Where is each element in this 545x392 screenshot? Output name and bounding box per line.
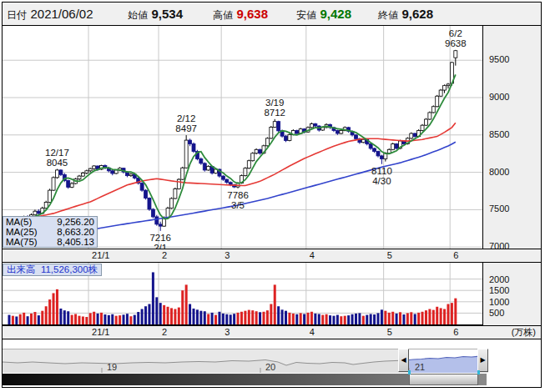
volume-bar bbox=[199, 311, 202, 324]
month-tick-label: 3 bbox=[225, 250, 230, 260]
candle-body bbox=[447, 84, 450, 86]
volume-bar bbox=[123, 314, 125, 324]
candle-body bbox=[380, 156, 383, 159]
volume-bar bbox=[443, 309, 446, 324]
candle-body bbox=[270, 127, 273, 138]
divider bbox=[2, 339, 542, 339]
candle-body bbox=[81, 173, 84, 177]
candle-body bbox=[48, 190, 52, 202]
volume-bar bbox=[388, 313, 391, 324]
candle-body bbox=[376, 152, 380, 156]
volume-bar bbox=[303, 314, 305, 324]
volume-bar bbox=[336, 315, 339, 324]
volume-bar bbox=[248, 310, 250, 324]
month-tick-label: 6 bbox=[453, 327, 458, 337]
candle-body bbox=[184, 140, 188, 168]
volume-bar bbox=[237, 313, 240, 324]
candle-body bbox=[336, 130, 339, 133]
volume-bar bbox=[377, 313, 380, 324]
candle-body bbox=[78, 176, 81, 179]
stock-chart-window: 日付 2021/06/02 始値 9,534 高値 9,638 安値 9,428… bbox=[0, 0, 545, 392]
candle-body bbox=[88, 168, 92, 171]
volume-bar bbox=[451, 303, 453, 324]
candle-body bbox=[273, 122, 276, 128]
volume-unit-label: (万株) bbox=[484, 326, 536, 339]
volume-bar bbox=[111, 314, 114, 324]
candle-body bbox=[410, 133, 413, 138]
volume-bar bbox=[314, 314, 316, 324]
candle-body bbox=[225, 179, 229, 183]
candle-body bbox=[314, 123, 317, 126]
candle-body bbox=[424, 119, 427, 125]
volume-bar bbox=[270, 304, 272, 324]
volume-tick: 1500 bbox=[489, 285, 509, 295]
volume-bar bbox=[141, 309, 144, 324]
volume-bar bbox=[285, 311, 287, 324]
date-label: 日付 bbox=[7, 9, 27, 21]
candle-body bbox=[310, 123, 313, 127]
volume-bar bbox=[214, 315, 217, 324]
volume-bar bbox=[440, 308, 442, 324]
volume-bar bbox=[170, 308, 173, 324]
volume-bar bbox=[251, 310, 254, 324]
volume-bar bbox=[82, 316, 84, 324]
month-axis-volume: 21/123456 bbox=[3, 326, 541, 339]
volume-bar bbox=[428, 309, 431, 324]
candlestick-chart: 12/17804572162/12/12849777863/53/1987128… bbox=[3, 26, 482, 249]
volume-bar bbox=[399, 312, 401, 324]
candle-body bbox=[255, 149, 258, 153]
ma75-value: 8,405.13 bbox=[57, 237, 94, 247]
ma25-label: MA(25) bbox=[6, 227, 38, 237]
month-tick-label: 21/1 bbox=[92, 327, 109, 337]
candle-body bbox=[288, 134, 291, 140]
candle-body bbox=[443, 86, 447, 90]
volume-bar bbox=[325, 314, 328, 324]
volume-bar bbox=[321, 315, 324, 324]
volume-bar bbox=[196, 309, 199, 324]
volume-bar bbox=[129, 316, 132, 324]
volume-bar bbox=[391, 312, 394, 324]
navigator-left-arrow-button[interactable]: ◀ bbox=[398, 349, 409, 372]
candle-body bbox=[439, 90, 442, 96]
volume-label: 出来高 bbox=[7, 264, 36, 274]
candle-body bbox=[70, 183, 73, 187]
navigator-right-arrow-button[interactable]: ▶ bbox=[477, 349, 488, 372]
candle-body bbox=[93, 166, 96, 168]
volume-bar bbox=[108, 315, 110, 324]
high-label: 高値 bbox=[213, 9, 233, 21]
candle-body bbox=[277, 122, 280, 131]
volume-bar bbox=[425, 310, 427, 324]
volume-bar bbox=[33, 312, 36, 324]
volume-bar bbox=[12, 316, 14, 324]
candle-body bbox=[395, 144, 398, 148]
candle-body bbox=[148, 199, 151, 209]
volume-bar bbox=[332, 316, 335, 324]
volume-bar bbox=[19, 314, 22, 324]
volume-bar bbox=[155, 297, 158, 324]
volume-bar bbox=[255, 311, 258, 324]
volume-bar bbox=[38, 315, 40, 324]
volume-bar bbox=[159, 303, 162, 324]
year-label: 21 bbox=[415, 362, 425, 372]
volume-bar bbox=[97, 314, 99, 324]
volume-bar bbox=[225, 314, 228, 324]
date-value: 2021/06/02 bbox=[30, 7, 93, 21]
candle-body bbox=[192, 144, 195, 152]
month-tick-label: 21/1 bbox=[92, 250, 109, 260]
volume-bar bbox=[207, 314, 209, 324]
volume-bar bbox=[93, 312, 95, 324]
range-navigator[interactable]: 192021 bbox=[3, 349, 488, 373]
volume-bar bbox=[351, 314, 354, 324]
scrollbar-thumb[interactable] bbox=[409, 374, 478, 385]
volume-bar bbox=[30, 314, 33, 324]
candle-body bbox=[151, 209, 154, 217]
volume-bar bbox=[410, 312, 412, 324]
price-annotation: 12/178045 bbox=[45, 148, 69, 168]
low-value: 9,428 bbox=[320, 7, 351, 21]
volume-bar bbox=[144, 306, 147, 324]
volume-bar bbox=[85, 317, 88, 324]
candle-body bbox=[144, 190, 148, 198]
candle-body bbox=[33, 211, 37, 214]
volume-bar bbox=[27, 316, 29, 324]
candle-body bbox=[52, 178, 55, 190]
